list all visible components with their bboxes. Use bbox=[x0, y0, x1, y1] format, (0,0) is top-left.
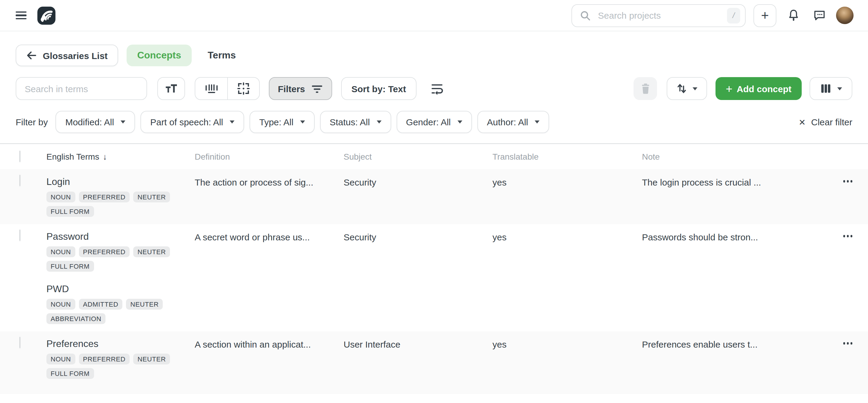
chevron-down-icon bbox=[230, 121, 235, 124]
filters-button[interactable]: Filters bbox=[269, 77, 332, 100]
filter-row: Filter by Modified: All Part of speech: … bbox=[16, 111, 852, 133]
sort-by-button[interactable]: Sort by: Text bbox=[341, 77, 416, 100]
filter-gender-label: Gender: All bbox=[406, 117, 451, 127]
glossary-nav: Glossaries List Concepts Terms bbox=[16, 44, 868, 66]
app-logo[interactable] bbox=[37, 6, 56, 24]
chevron-down-icon bbox=[376, 121, 381, 124]
subject-cell: Security bbox=[344, 230, 493, 243]
match-case-icon bbox=[164, 82, 179, 95]
terms-search-box[interactable] bbox=[16, 77, 147, 100]
badge-status: ADMITTED bbox=[79, 299, 122, 310]
tab-terms[interactable]: Terms bbox=[200, 44, 243, 66]
column-header-note[interactable]: Note bbox=[642, 152, 830, 162]
hamburger-menu-icon[interactable] bbox=[16, 11, 27, 19]
whole-word-icon bbox=[204, 81, 219, 96]
whole-word-button[interactable] bbox=[195, 78, 227, 99]
feedback-chat-button[interactable] bbox=[810, 6, 828, 24]
chevron-down-icon bbox=[692, 87, 698, 90]
select-all-checkbox[interactable] bbox=[19, 150, 21, 162]
filter-status-label: Status: All bbox=[330, 117, 370, 127]
subject-cell: Security bbox=[344, 175, 493, 189]
filter-status[interactable]: Status: All bbox=[320, 111, 391, 133]
term-name[interactable]: Login bbox=[46, 175, 195, 188]
clear-filter-button[interactable]: ✕ Clear filter bbox=[799, 117, 852, 127]
translatable-cell: yes bbox=[493, 230, 642, 243]
row-menu-button[interactable] bbox=[830, 230, 852, 237]
filter-part-of-speech[interactable]: Part of speech: All bbox=[141, 111, 244, 133]
create-new-button[interactable]: + bbox=[753, 4, 776, 27]
chevron-down-icon bbox=[535, 121, 539, 124]
back-label: Glossaries List bbox=[43, 50, 107, 61]
column-header-translatable[interactable]: Translatable bbox=[493, 152, 642, 162]
top-bar: / + bbox=[0, 0, 868, 31]
delete-selected-button[interactable] bbox=[633, 77, 657, 100]
columns-icon bbox=[820, 83, 831, 94]
back-to-glossaries-button[interactable]: Glossaries List bbox=[16, 44, 118, 66]
badge-gender: NEUTER bbox=[133, 192, 170, 202]
sort-descending-icon: ↓ bbox=[103, 152, 107, 162]
definition-cell: The action or process of sig... bbox=[195, 175, 344, 189]
badge-part-of-speech: NOUN bbox=[46, 192, 75, 202]
filter-author-label: Author: All bbox=[487, 117, 528, 127]
badge-part-of-speech: NOUN bbox=[46, 299, 75, 310]
sort-direction-button[interactable] bbox=[667, 77, 707, 100]
user-avatar[interactable] bbox=[836, 7, 854, 24]
row-checkbox[interactable] bbox=[19, 175, 21, 186]
shortcut-key-badge: / bbox=[727, 7, 740, 23]
badge-term-type: FULL FORM bbox=[46, 261, 94, 272]
row-checkbox[interactable] bbox=[19, 230, 21, 241]
notifications-button[interactable] bbox=[784, 6, 802, 24]
toolbar-right-actions: + Add concept bbox=[633, 77, 852, 100]
term-cell: Preferences NOUN PREFERRED NEUTER FULL F… bbox=[46, 337, 195, 379]
note-cell: Passwords should be stron... bbox=[642, 230, 830, 243]
table-row[interactable]: Preferences NOUN PREFERRED NEUTER FULL F… bbox=[0, 331, 868, 394]
definition-cell: A section within an applicat... bbox=[195, 337, 344, 350]
columns-visibility-button[interactable] bbox=[809, 77, 852, 100]
filter-part-of-speech-label: Part of speech: All bbox=[150, 117, 223, 127]
term-name[interactable]: Password bbox=[46, 230, 195, 243]
column-header-english-terms[interactable]: English Terms ↓ bbox=[46, 152, 195, 162]
filter-gender[interactable]: Gender: All bbox=[396, 111, 472, 133]
badge-status: PREFERRED bbox=[79, 354, 130, 364]
table-row[interactable]: Login NOUN PREFERRED NEUTER FULL FORM Th… bbox=[0, 169, 868, 224]
term-badges: NOUN ADMITTED NEUTER ABBREVIATION bbox=[46, 299, 176, 324]
filter-lines-icon bbox=[311, 83, 323, 94]
add-concept-button[interactable]: + Add concept bbox=[715, 77, 802, 100]
close-icon: ✕ bbox=[799, 117, 806, 127]
term-cell: Login NOUN PREFERRED NEUTER FULL FORM bbox=[46, 175, 195, 217]
search-projects-input[interactable] bbox=[597, 10, 727, 21]
filter-author[interactable]: Author: All bbox=[477, 111, 550, 133]
badge-part-of-speech: NOUN bbox=[46, 354, 75, 364]
chevron-down-icon bbox=[458, 121, 462, 124]
column-header-subject[interactable]: Subject bbox=[344, 152, 493, 162]
filter-type[interactable]: Type: All bbox=[250, 111, 314, 133]
filter-modified-label: Modified: All bbox=[65, 117, 114, 127]
add-concept-label: Add concept bbox=[737, 83, 792, 94]
row-checkbox[interactable] bbox=[19, 337, 21, 348]
badge-status: PREFERRED bbox=[79, 192, 130, 202]
term-name[interactable]: Preferences bbox=[46, 337, 195, 350]
sort-up-down-icon bbox=[676, 82, 687, 95]
table-row[interactable]: Password NOUN PREFERRED NEUTER FULL FORM… bbox=[0, 224, 868, 331]
translatable-cell: yes bbox=[493, 337, 642, 350]
chat-bubble-icon bbox=[812, 8, 826, 22]
english-terms-header-label: English Terms bbox=[46, 152, 99, 162]
search-terms-input[interactable] bbox=[24, 83, 139, 94]
project-search-box[interactable]: / bbox=[571, 4, 746, 27]
note-cell: Preferences enable users t... bbox=[642, 337, 830, 350]
term-name[interactable]: PWD bbox=[46, 282, 195, 295]
tab-concepts[interactable]: Concepts bbox=[126, 44, 192, 66]
wrap-text-button[interactable] bbox=[427, 77, 447, 100]
definition-cell: A secret word or phrase us... bbox=[195, 230, 344, 243]
filter-modified[interactable]: Modified: All bbox=[56, 111, 135, 133]
term-badges: NOUN PREFERRED NEUTER FULL FORM bbox=[46, 246, 176, 272]
match-case-button[interactable] bbox=[157, 77, 185, 100]
clear-filter-label: Clear filter bbox=[811, 117, 852, 127]
column-header-definition[interactable]: Definition bbox=[195, 152, 344, 162]
arrow-left-icon bbox=[26, 51, 37, 60]
row-menu-button[interactable] bbox=[830, 175, 852, 182]
exact-match-button[interactable] bbox=[227, 78, 259, 99]
badge-term-type: FULL FORM bbox=[46, 368, 94, 379]
row-menu-button[interactable] bbox=[830, 337, 852, 344]
badge-status: PREFERRED bbox=[79, 246, 130, 257]
